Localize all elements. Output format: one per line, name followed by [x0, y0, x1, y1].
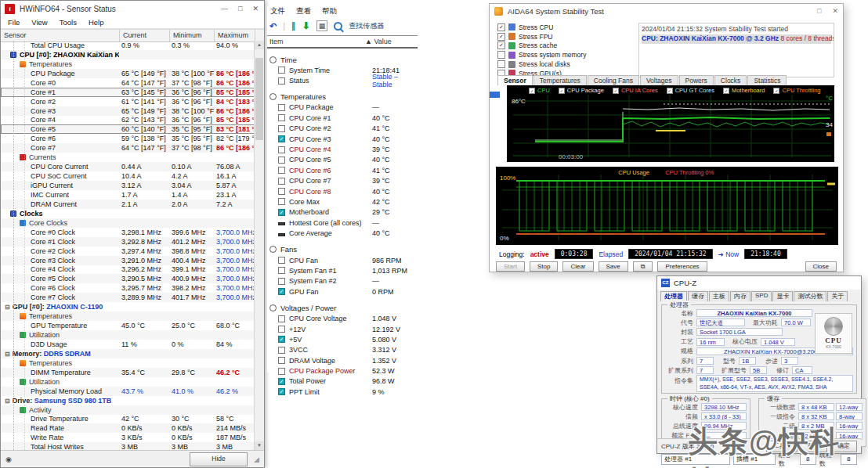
dash-icon[interactable]: [278, 233, 285, 236]
preferences-button[interactable]: Preferences: [657, 261, 707, 272]
sensor-row[interactable]: IMC Current1.7 A1.4 A23.1 A: [1, 190, 255, 200]
panel-sensor-row[interactable]: CPU Core Voltage1.048 V: [267, 313, 418, 323]
sensor-row[interactable]: Core #365 °C [149 °F]38 °C [100 °F]86 °C…: [1, 106, 255, 116]
sensor-section-row[interactable]: Clocks: [1, 209, 255, 218]
sensor-row[interactable]: Core #163 °C [145 °F]36 °C [96 °F]85 °C …: [1, 88, 255, 97]
checkbox-icon[interactable]: ✓: [497, 41, 505, 49]
panel-sensor-row[interactable]: ✓GPU Fan0 RPM: [267, 286, 418, 297]
checkbox-icon[interactable]: [497, 60, 505, 68]
hide-button[interactable]: Hide: [190, 452, 248, 466]
sensor-row[interactable]: Core #3 Clock3,291.0 MHz400.4 MHz3,700.0…: [1, 256, 255, 265]
stress-option-stress-local-disks[interactable]: Stress local disks: [497, 59, 635, 69]
panel-group-header[interactable]: Fans: [267, 244, 418, 255]
sensor-row[interactable]: Total Host Writes3 MB3 MB3 MB: [1, 442, 255, 450]
download-icon[interactable]: ⬇: [302, 21, 310, 31]
tab-temperatures[interactable]: Temperatures: [533, 75, 587, 85]
sensor-section-row[interactable]: CPU [#0]: ZHAOXIN KaiXian KX-7000: [1, 50, 255, 59]
cpuz-tab-4[interactable]: SPD: [751, 291, 772, 301]
checkbox-icon[interactable]: [278, 368, 285, 375]
checkbox-icon[interactable]: ✓: [497, 33, 505, 41]
panel-menu-item[interactable]: 帮助: [322, 6, 337, 17]
pause-icon[interactable]: ∥: [291, 21, 296, 31]
panel-sensor-row[interactable]: System Fan #2—: [267, 276, 418, 286]
panel-sensor-row[interactable]: CPU Core #840 °C: [267, 186, 418, 196]
item-column-header[interactable]: Item: [269, 38, 284, 45]
maximize-icon[interactable]: □: [817, 7, 821, 15]
cpuz-titlebar[interactable]: CZ CPU-Z: [657, 276, 861, 290]
legend-item[interactable]: ✓CPU Throttling: [773, 87, 820, 94]
panel-sensor-row[interactable]: System Fan #11,013 RPM: [267, 265, 418, 275]
checkbox-icon[interactable]: ✓: [278, 378, 285, 385]
vertical-scrollbar[interactable]: ▲ ▼: [254, 41, 264, 450]
cpuz-tab-3[interactable]: 内存: [730, 291, 750, 301]
sensor-row[interactable]: Core #064 °C [147 °F]37 °C [98 °F]86 °C …: [1, 78, 255, 88]
checkbox-icon[interactable]: [278, 198, 285, 205]
panel-sensor-row[interactable]: CPU Core #739 °C: [267, 176, 418, 186]
panel-sensor-row[interactable]: DRAM Voltage1.352 V: [267, 355, 418, 365]
checkbox-icon[interactable]: [278, 125, 285, 132]
panel-sensor-row[interactable]: +12V12.192 V: [267, 324, 418, 334]
undo-icon[interactable]: ↶: [269, 21, 277, 31]
save-button[interactable]: Save: [599, 261, 628, 272]
checkbox-icon[interactable]: [278, 178, 285, 185]
panel-menu-item[interactable]: 文件: [270, 6, 285, 17]
sensor-row[interactable]: Core #261 °C [141 °F]36 °C [96 °F]84 °C …: [1, 97, 255, 106]
checkbox-icon[interactable]: ✓: [497, 23, 505, 31]
clear-button[interactable]: Clear: [562, 261, 593, 272]
maximize-icon[interactable]: □: [238, 5, 242, 13]
legend-item[interactable]: ✓CPU Usage: [613, 169, 649, 176]
legend-item[interactable]: ✓Motherboard: [723, 87, 765, 94]
panel-sensor-row[interactable]: Hottest Core (all cores)—: [267, 218, 418, 228]
checkbox-icon[interactable]: [497, 51, 505, 59]
panel-sensor-row[interactable]: StatusStable – Stable: [267, 75, 418, 85]
expand-icon[interactable]: ⊟: [5, 351, 10, 358]
stress-option-stress-fpu[interactable]: ✓Stress FPU: [497, 32, 635, 41]
sensor-group-row[interactable]: Temperatures: [1, 311, 255, 321]
value-column-header[interactable]: ▲ Value: [365, 38, 415, 45]
checkbox-icon[interactable]: ✓: [278, 209, 285, 216]
sensor-row[interactable]: Core #462 °C [143 °F]36 °C [96 °F]85 °C …: [1, 116, 255, 125]
sensor-row[interactable]: Physical Memory Load43.7 %41.0 %46.2 %: [1, 387, 255, 396]
tab-powers[interactable]: Powers: [679, 75, 714, 85]
legend-item[interactable]: ✓CPU GT Cores: [667, 87, 714, 94]
start-button[interactable]: Start: [496, 261, 525, 272]
checkbox-icon[interactable]: [278, 104, 285, 111]
sensor-row[interactable]: Core #1 Clock3,292.8 MHz401.2 MHz3,700.0…: [1, 237, 255, 247]
tab-voltages[interactable]: Voltages: [640, 75, 678, 85]
scrollbar-thumb[interactable]: [255, 58, 263, 140]
sensor-row[interactable]: GPU Temperature45.0 °C25.0 °C68.0 °C: [1, 321, 255, 330]
legend-item[interactable]: ✓CPU IA Cores: [613, 87, 658, 94]
stress-option-stress-cpu[interactable]: ✓Stress CPU: [497, 23, 635, 32]
-button[interactable]: ⧉: [633, 261, 653, 272]
checkbox-icon[interactable]: ✓: [278, 135, 285, 142]
hwinfo-titlebar[interactable]: i HWiNFO64 - Sensor Status — □ ✕: [1, 1, 264, 16]
menu-item-tools[interactable]: Tools: [60, 18, 77, 27]
legend-checkbox-icon[interactable]: ✓: [667, 88, 673, 94]
checkbox-icon[interactable]: [278, 278, 285, 285]
panel-sensor-row[interactable]: CPU Core #439 °C: [267, 144, 418, 154]
stress-option-stress-system-memory[interactable]: Stress system memory: [497, 50, 635, 59]
sensor-section-row[interactable]: ⊟Memory: DDR5 SDRAM: [1, 349, 255, 358]
column-header-sensor[interactable]: Sensor: [1, 30, 120, 41]
find-sensor-label[interactable]: 查找传感器: [349, 21, 384, 31]
panel-group-header[interactable]: Time: [267, 54, 418, 65]
tab-statistics[interactable]: Statistics: [747, 75, 787, 85]
sensor-group-row[interactable]: Core Clocks: [1, 218, 255, 228]
expand-icon[interactable]: ⊟: [5, 304, 10, 311]
sensor-row[interactable]: D3D Usage11 %0 %84 %: [1, 340, 255, 349]
panel-sensor-row[interactable]: 3VCC3.312 V: [267, 345, 418, 355]
panel-sensor-row[interactable]: ✓Total Power96.8 W: [267, 376, 418, 387]
sensor-row[interactable]: Core #5 Clock3,290.5 MHz400.9 MHz3,700.0…: [1, 274, 255, 283]
panel-sensor-row[interactable]: CPU Fan986 RPM: [267, 255, 418, 265]
sensor-row[interactable]: DRAM Current2.1 A2.0 A7.2 A: [1, 200, 255, 209]
menu-item-view[interactable]: View: [31, 18, 47, 27]
checkbox-icon[interactable]: [278, 267, 285, 274]
sensor-group-row[interactable]: Activity: [1, 405, 255, 415]
sensor-row[interactable]: Drive Temperature42 °C30 °C58 °C: [1, 415, 255, 424]
sensor-row[interactable]: Total CPU Usage0.9 %0.3 %94.0 %: [1, 41, 255, 50]
sensor-row[interactable]: CPU Package65 °C [149 °F]38 °C [100 °F]8…: [1, 69, 255, 78]
sensor-row[interactable]: Core #764 °C [147 °F]37 °C [98 °F]86 °C …: [1, 143, 255, 153]
sensor-group-row[interactable]: Currents: [1, 153, 255, 162]
legend-item[interactable]: ✓CPU: [529, 87, 550, 94]
panel-sensor-row[interactable]: CPU Core #140 °C: [267, 113, 418, 123]
